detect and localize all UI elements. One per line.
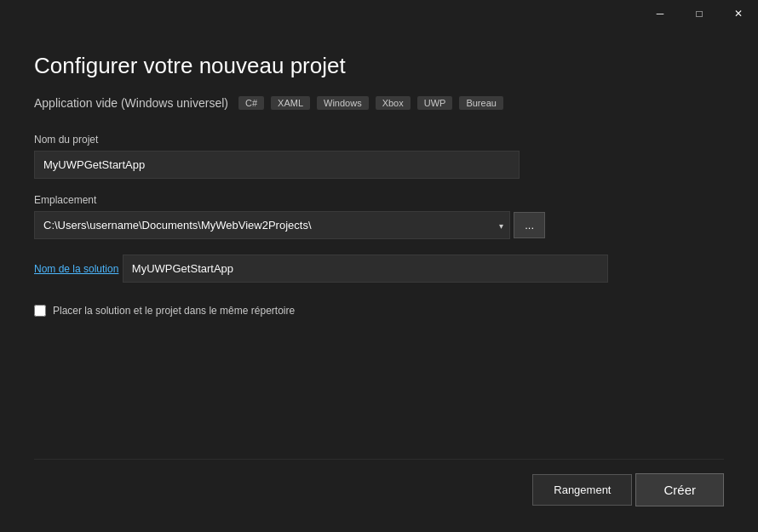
location-row: C:\Users\username\Documents\MyWebView2Pr… (34, 211, 545, 239)
minimize-button[interactable]: ─ (640, 0, 680, 27)
location-label: Emplacement (34, 194, 724, 206)
same-directory-checkbox[interactable] (34, 305, 46, 317)
main-content: Configurer votre nouveau projet Applicat… (0, 27, 758, 532)
location-input-wrap: C:\Users\username\Documents\MyWebView2Pr… (34, 211, 510, 239)
project-name-input[interactable] (34, 151, 520, 179)
tag-windows: Windows (317, 96, 369, 110)
solution-name-input[interactable] (123, 255, 608, 283)
solution-name-label[interactable]: Nom de la solution (34, 263, 118, 275)
solution-name-section: Nom de la solution (34, 255, 724, 283)
app-name-label: Application vide (Windows universel) (34, 96, 228, 110)
tag-csharp: C# (238, 96, 264, 110)
close-button[interactable]: ✕ (719, 0, 758, 27)
project-name-label: Nom du projet (34, 134, 724, 146)
title-bar: ─ □ ✕ (0, 0, 758, 27)
create-button[interactable]: Créer (635, 473, 724, 506)
subtitle-row: Application vide (Windows universel) C# … (34, 96, 724, 110)
secondary-button[interactable]: Rangement (532, 474, 632, 506)
title-bar-buttons: ─ □ ✕ (640, 0, 758, 27)
tag-bureau: Bureau (459, 96, 502, 110)
window: ─ □ ✕ Configurer votre nouveau projet Ap… (0, 0, 758, 532)
footer: Rangement Créer (34, 459, 724, 515)
maximize-button[interactable]: □ (680, 0, 719, 27)
tag-xaml: XAML (271, 96, 310, 110)
tag-uwp: UWP (417, 96, 453, 110)
page-title: Configurer votre nouveau projet (34, 53, 724, 79)
tag-xbox: Xbox (376, 96, 411, 110)
location-select[interactable]: C:\Users\username\Documents\MyWebView2Pr… (34, 211, 510, 239)
checkbox-label: Placer la solution et le projet dans le … (53, 305, 295, 317)
project-name-section: Nom du projet (34, 134, 724, 179)
checkbox-row: Placer la solution et le projet dans le … (34, 305, 724, 317)
location-section: Emplacement C:\Users\username\Documents\… (34, 194, 724, 239)
browse-button[interactable]: ... (514, 212, 545, 238)
spacer (34, 317, 724, 459)
